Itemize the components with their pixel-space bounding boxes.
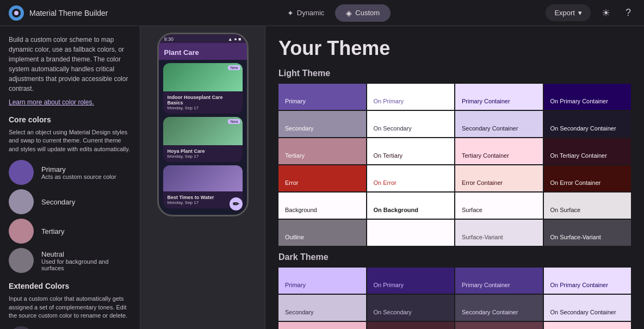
dark-theme-grid: Primary On Primary Primary Container On … <box>278 268 631 329</box>
lt-on-secondary: On Secondary <box>367 111 455 137</box>
dk-tertiary-container: Tertiary Container <box>455 322 543 329</box>
dk-secondary-container: Secondary Container <box>455 295 543 321</box>
export-button[interactable]: Export ▾ <box>546 4 591 21</box>
dk-on-secondary: On Secondary <box>367 295 455 321</box>
core-colors-title: Core colors <box>9 115 131 124</box>
dk-primary-container: Primary Container <box>455 268 543 294</box>
swatch-extended <box>9 326 34 329</box>
lt-on-secondary-container: On Secondary Container <box>544 111 631 137</box>
card-date-1: Monday, Sep 17 <box>168 105 238 110</box>
lt-on-primary: On Primary <box>367 84 455 110</box>
custom-icon: ◈ <box>346 9 352 17</box>
color-item-tertiary[interactable]: Tertiary <box>9 219 131 244</box>
lt-surface: Surface <box>455 193 543 219</box>
dk-on-tertiary-container: On Tertiary Container <box>544 322 631 329</box>
color-item-extended[interactable] <box>9 326 131 329</box>
lt-on-surface: On Surface <box>544 193 631 219</box>
card-title-2: Hoya Plant Care <box>168 148 238 154</box>
card-img-3 <box>163 165 243 191</box>
color-item-primary[interactable]: Primary Acts as custom source color <box>9 160 131 185</box>
dk-secondary: Secondary <box>278 295 366 321</box>
extended-colors-title: Extended Colors <box>9 282 131 290</box>
middle-panel: 9:30 ▲ ● ■ Plant Care New Indoor Housepl… <box>140 26 265 329</box>
logo-area: Material Theme Builder <box>9 5 108 21</box>
card-img-1: New <box>163 63 243 91</box>
dk-tertiary: Tertiary <box>278 322 366 329</box>
light-theme-title: Light Theme <box>278 69 631 78</box>
lt-error: Error <box>278 165 366 191</box>
phone-icons: ▲ ● ■ <box>228 36 242 42</box>
lt-tertiary: Tertiary <box>278 138 366 164</box>
dk-primary: Primary <box>278 268 366 294</box>
app-title: Material Theme Builder <box>29 9 108 17</box>
light-theme-grid: Primary On Primary Primary Container On … <box>278 84 631 246</box>
dk-on-tertiary: On Tertiary <box>367 322 455 329</box>
new-badge-2: New <box>228 119 240 124</box>
lt-outline-empty <box>367 220 455 246</box>
phone-app-title: Plant Care <box>159 43 247 60</box>
dk-on-primary: On Primary <box>367 268 455 294</box>
card-title-3: Best Times to Water <box>168 195 238 200</box>
lt-primary: Primary <box>278 84 366 110</box>
extended-colors-subtitle: Input a custom color that automatically … <box>9 295 131 320</box>
dk-on-primary-container: On Primary Container <box>544 268 631 294</box>
card-date-2: Monday, Sep 17 <box>168 154 238 159</box>
help-button[interactable]: ? <box>621 5 635 21</box>
color-name-tertiary: Tertiary <box>41 227 65 235</box>
swatch-primary <box>9 160 34 185</box>
description-text: Build a custom color scheme to map dynam… <box>9 35 131 94</box>
color-item-secondary[interactable]: Secondary <box>9 189 131 214</box>
swatch-secondary <box>9 189 34 214</box>
svg-point-2 <box>14 11 18 15</box>
chevron-down-icon: ▾ <box>578 9 582 17</box>
theme-main-title: Your Theme <box>278 37 631 60</box>
card-title-1: Indoor Houseplant Care Basics <box>168 95 238 105</box>
new-badge-1: New <box>228 65 240 70</box>
dynamic-icon: ✦ <box>287 9 294 17</box>
lt-error-container: Error Container <box>455 165 543 191</box>
fab-button[interactable]: ✏ <box>230 197 243 210</box>
lt-on-background: On Background <box>367 193 455 219</box>
color-item-neutral[interactable]: Neutral Used for background and surfaces <box>9 248 131 273</box>
color-name-secondary: Secondary <box>41 198 75 206</box>
color-name-neutral: Neutral <box>41 250 131 258</box>
lt-secondary: Secondary <box>278 111 366 137</box>
color-name-primary: Primary <box>41 165 116 173</box>
color-sub-neutral: Used for background and surfaces <box>41 258 131 271</box>
lt-on-tertiary: On Tertiary <box>367 138 455 164</box>
theme-toggle-button[interactable]: ☀ <box>597 5 615 21</box>
phone-card-1: New Indoor Houseplant Care Basics Monday… <box>163 63 243 114</box>
lt-on-primary-container: On Primary Container <box>544 84 631 110</box>
lt-on-error: On Error <box>367 165 455 191</box>
lt-on-error-container: On Error Container <box>544 165 631 191</box>
lt-surface-variant: Surface-Variant <box>455 220 543 246</box>
tab-custom[interactable]: ◈ Custom <box>335 4 391 22</box>
tab-group: ✦ Dynamic ◈ Custom <box>121 4 546 22</box>
tab-dynamic[interactable]: ✦ Dynamic <box>276 4 336 22</box>
phone-time: 9:30 <box>164 36 174 42</box>
card-date-3: Monday, Sep 17 <box>168 200 238 205</box>
lt-primary-container: Primary Container <box>455 84 543 110</box>
logo-icon <box>9 5 24 21</box>
lt-on-surface-variant: On Surface-Variant <box>544 220 631 246</box>
lt-tertiary-container: Tertiary Container <box>455 138 543 164</box>
left-panel: Build a custom color scheme to map dynam… <box>0 26 140 329</box>
main-layout: Build a custom color scheme to map dynam… <box>0 26 644 329</box>
card-img-2: New <box>163 117 243 145</box>
lt-background: Background <box>278 193 366 219</box>
lt-on-tertiary-container: On Tertiary Container <box>544 138 631 164</box>
topbar-actions: Export ▾ ☀ ? <box>546 4 635 21</box>
color-sub-primary: Acts as custom source color <box>41 173 116 180</box>
topbar: Material Theme Builder ✦ Dynamic ◈ Custo… <box>0 0 644 26</box>
right-panel: Your Theme Light Theme Primary On Primar… <box>265 26 644 329</box>
learn-link[interactable]: Learn more about color roles. <box>9 98 94 106</box>
swatch-neutral <box>9 248 34 273</box>
dk-on-secondary-container: On Secondary Container <box>544 295 631 321</box>
lt-outline: Outline <box>278 220 366 246</box>
phone-card-2: New Hoya Plant Care Monday, Sep 17 <box>163 117 243 162</box>
phone-mockup: 9:30 ▲ ● ■ Plant Care New Indoor Housepl… <box>157 33 249 216</box>
lt-secondary-container: Secondary Container <box>455 111 543 137</box>
card-3-wrapper: Best Times to Water Monday, Sep 17 ✏ <box>159 165 247 208</box>
core-colors-subtitle: Select an object using Material Design s… <box>9 128 131 153</box>
dark-theme-title: Dark Theme <box>278 252 631 262</box>
